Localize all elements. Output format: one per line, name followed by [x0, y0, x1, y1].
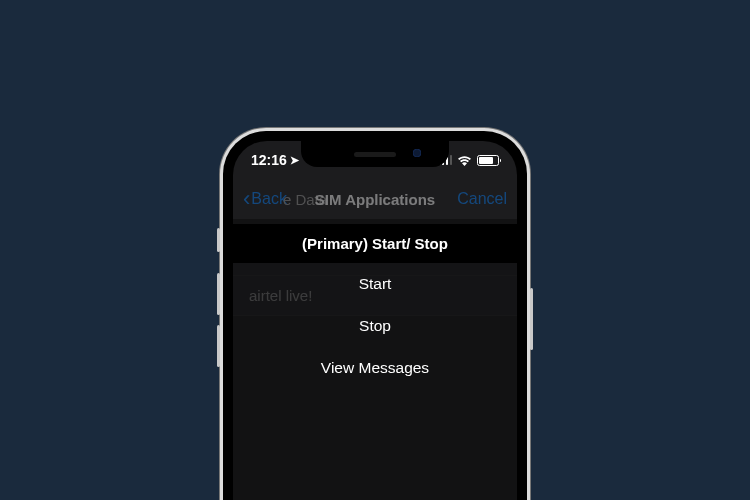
speaker-grille	[354, 152, 396, 157]
status-left: 12:16 ➤	[251, 152, 299, 168]
battery-fill	[479, 157, 493, 164]
volume-up-button	[217, 273, 220, 315]
nav-bar: ‹ Back e Data SIM Applications Cancel	[233, 179, 517, 219]
sheet-item-start[interactable]: Start	[233, 263, 517, 305]
power-button	[530, 288, 533, 350]
battery-icon	[477, 155, 499, 166]
notch	[301, 141, 449, 167]
chevron-left-icon: ‹	[243, 186, 250, 212]
cancel-button[interactable]: Cancel	[457, 190, 507, 208]
phone-body: 12:16 ➤ ‹ Back	[220, 128, 530, 500]
back-label: Back	[251, 190, 287, 208]
volume-down-button	[217, 325, 220, 367]
wifi-icon	[457, 155, 472, 166]
sheet-item-stop[interactable]: Stop	[233, 305, 517, 347]
phone-bezel: 12:16 ➤ ‹ Back	[223, 131, 527, 500]
sheet-header: (Primary) Start/ Stop	[233, 224, 517, 263]
page-title: SIM Applications	[315, 191, 435, 208]
action-sheet: (Primary) Start/ Stop Start Stop View Me…	[233, 224, 517, 389]
silent-switch	[217, 228, 220, 252]
sheet-item-view-messages[interactable]: View Messages	[233, 347, 517, 389]
location-icon: ➤	[290, 154, 299, 167]
screen: 12:16 ➤ ‹ Back	[233, 141, 517, 500]
front-camera	[413, 149, 421, 157]
status-time: 12:16	[251, 152, 287, 168]
